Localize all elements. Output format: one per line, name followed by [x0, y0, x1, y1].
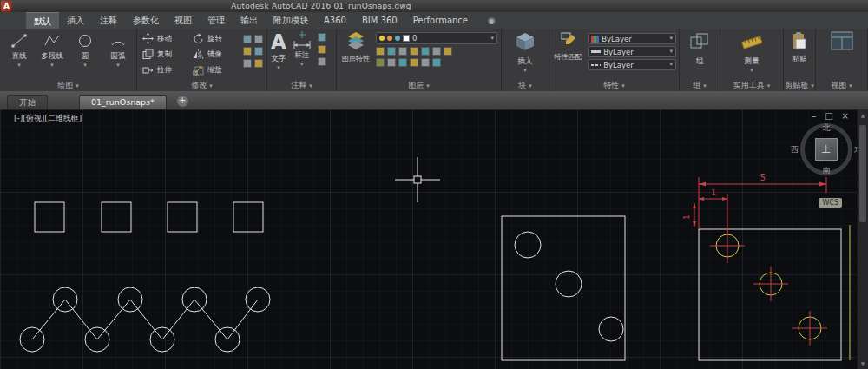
tool-match-properties[interactable]: 特性匹配: [553, 31, 583, 70]
tab-output[interactable]: 输出: [233, 12, 266, 29]
tool-copy[interactable]: 复制: [142, 48, 187, 62]
chevron-down-icon[interactable]: ▾: [523, 68, 527, 74]
viewport-controls-label[interactable]: [-][俯视][二维线框]: [14, 113, 82, 124]
viewcube-top-face[interactable]: 上: [815, 138, 838, 161]
modify-tool-icon[interactable]: [254, 35, 263, 43]
ribbon-options-icon[interactable]: ◉: [488, 12, 496, 29]
chevron-down-icon[interactable]: ▾: [750, 68, 753, 74]
tool-viewport[interactable]: [816, 29, 867, 67]
drawing-minimize-icon[interactable]: –: [812, 111, 816, 121]
tool-polyline[interactable]: 多段线 ▾: [36, 31, 68, 69]
drawing-canvas[interactable]: [-][俯视][二维线框] – □ ×: [0, 109, 868, 369]
scroll-down-icon[interactable]: ▼: [858, 360, 868, 366]
center-mark[interactable]: [753, 267, 788, 301]
modify-tool-icon[interactable]: [243, 35, 252, 43]
tool-text[interactable]: A 文字 ▾: [271, 30, 286, 71]
tool-group[interactable]: 组: [680, 29, 720, 80]
tool-circle[interactable]: 圆 ▾: [69, 31, 101, 69]
chevron-down-icon[interactable]: ▾: [116, 63, 120, 69]
circle-shape[interactable]: [515, 232, 541, 258]
drawing-restore-icon[interactable]: □: [825, 111, 832, 121]
layer-tool-icon[interactable]: [376, 47, 385, 56]
viewcube[interactable]: 上 北 南 西 东: [800, 123, 852, 175]
layer-tool-icon[interactable]: [398, 47, 407, 56]
tool-arc[interactable]: 圆弧 ▾: [102, 31, 134, 69]
square-shape[interactable]: [35, 202, 64, 232]
tab-addins[interactable]: 附加模块: [266, 12, 316, 29]
tool-move[interactable]: 移动: [142, 32, 187, 46]
chevron-down-icon[interactable]: ▾: [300, 62, 304, 68]
tool-stretch[interactable]: 拉伸: [142, 63, 187, 77]
tab-annotate[interactable]: 注释: [92, 12, 125, 29]
tool-scale[interactable]: 缩放: [193, 63, 238, 77]
scrollbar-thumb[interactable]: [859, 125, 866, 222]
tab-a360[interactable]: A360: [316, 12, 354, 29]
tab-view[interactable]: 视图: [167, 12, 200, 29]
tool-measure[interactable]: 测量 ▾: [720, 29, 783, 87]
circle-shape[interactable]: [556, 271, 582, 297]
tool-insert[interactable]: 插入 ▾: [502, 29, 549, 87]
viewcube-south-label[interactable]: 南: [800, 165, 852, 176]
layer-tool-icon[interactable]: [387, 47, 396, 56]
panel-label-layers[interactable]: 图层 ▾: [337, 79, 501, 91]
viewcube-west-label[interactable]: 西: [791, 144, 799, 155]
tab-manage[interactable]: 管理: [200, 12, 233, 29]
tool-dimension[interactable]: 标注 ▾: [291, 30, 313, 71]
panel-label-groups[interactable]: 组 ▾: [680, 79, 720, 91]
center-mark[interactable]: [792, 311, 827, 346]
square-shape[interactable]: [502, 216, 625, 360]
layer-tool-icon[interactable]: [410, 47, 418, 56]
modify-tool-icon[interactable]: [243, 47, 252, 56]
layer-tool-icon[interactable]: [421, 58, 430, 67]
linetype-select[interactable]: ByLayer ▾: [588, 59, 676, 70]
layer-tool-icon[interactable]: [421, 47, 430, 56]
panel-label-properties[interactable]: 特性 ▾: [549, 79, 679, 91]
tab-insert[interactable]: 插入: [59, 12, 92, 29]
tab-performance[interactable]: Performance: [405, 12, 476, 29]
layer-tool-icon[interactable]: [398, 58, 407, 67]
tool-layer-properties[interactable]: 图层特性: [340, 31, 372, 67]
tab-parametric[interactable]: 参数化: [125, 12, 167, 29]
layer-tool-icon[interactable]: [410, 58, 418, 67]
chevron-down-icon[interactable]: ▾: [50, 63, 54, 69]
dim-text-width[interactable]: 5: [760, 173, 766, 182]
object-color-select[interactable]: ByLayer ▾: [588, 33, 676, 44]
modify-tool-icon[interactable]: [254, 47, 263, 56]
panel-label-clipboard[interactable]: 剪贴板 ▾: [784, 79, 815, 91]
panel-label-modify[interactable]: 修改 ▾: [137, 79, 266, 91]
annotation-tool-icon[interactable]: [318, 33, 326, 42]
panel-label-utilities[interactable]: 实用工具 ▾: [720, 79, 783, 91]
tool-rotate[interactable]: 旋转: [193, 32, 238, 46]
layer-tool-icon[interactable]: [432, 58, 441, 67]
vertical-scrollbar[interactable]: ▲ ▼: [857, 109, 868, 369]
dim-text-offset-top[interactable]: 1: [711, 188, 716, 197]
tool-line[interactable]: 直线 ▾: [3, 31, 35, 69]
file-tab-start[interactable]: 开始: [7, 95, 48, 109]
zigzag-lines[interactable]: [32, 300, 258, 339]
tool-paste[interactable]: 粘贴: [784, 29, 815, 76]
wcs-badge[interactable]: WCS: [819, 198, 842, 208]
chevron-down-icon[interactable]: ▾: [277, 65, 280, 71]
dim-text-offset-left[interactable]: 1: [682, 214, 691, 220]
layer-tool-icon[interactable]: [432, 47, 441, 56]
chevron-down-icon[interactable]: ▾: [17, 63, 21, 69]
drawing-close-icon[interactable]: ×: [842, 111, 849, 121]
square-shape[interactable]: [102, 202, 131, 232]
layer-tool-icon[interactable]: [444, 47, 452, 56]
panel-label-view[interactable]: 视图 ▾: [816, 79, 867, 91]
square-shape[interactable]: [168, 202, 197, 232]
scroll-up-icon[interactable]: ▲: [858, 112, 868, 118]
chevron-down-icon[interactable]: ▾: [83, 63, 87, 69]
panel-label-draw[interactable]: 绘图 ▾: [0, 79, 136, 91]
lineweight-select[interactable]: ByLayer ▾: [588, 46, 676, 57]
modify-tool-icon[interactable]: [254, 59, 263, 68]
panel-label-annotation[interactable]: 注释 ▾: [267, 79, 336, 91]
annotation-tool-icon[interactable]: [318, 57, 326, 66]
tool-mirror[interactable]: 镜像: [193, 48, 238, 62]
modify-tool-icon[interactable]: [243, 59, 252, 68]
square-shape[interactable]: [233, 202, 263, 232]
layer-tool-icon[interactable]: [387, 58, 396, 67]
annotation-tool-icon[interactable]: [318, 45, 326, 54]
new-drawing-button[interactable]: +: [177, 96, 188, 107]
layer-select[interactable]: 0 ▾: [376, 32, 497, 44]
